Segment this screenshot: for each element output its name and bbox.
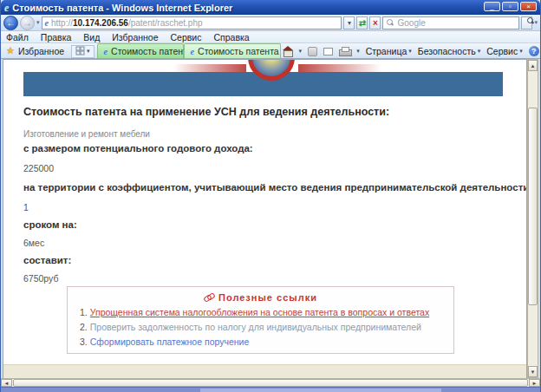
minimize-button[interactable]: _ bbox=[484, 2, 500, 11]
term-value: 6мес bbox=[23, 238, 44, 248]
useful-links-box: Полезные ссылки 1.Упрощенная система нал… bbox=[67, 286, 454, 354]
page-menu-label: Страница bbox=[366, 46, 407, 56]
link-check-debt[interactable]: Проверить задолженность по налогу для ин… bbox=[90, 322, 421, 332]
maximize-button[interactable]: ▫ bbox=[502, 2, 518, 11]
favorites-label: Избранное bbox=[18, 46, 64, 56]
search-input[interactable]: Google bbox=[382, 16, 519, 29]
horizontal-scrollbar[interactable]: ◄ ► bbox=[1, 378, 540, 387]
link-chain-icon bbox=[204, 293, 214, 302]
link-usn-qa[interactable]: Упрощенная система налогообложения на ос… bbox=[90, 307, 429, 317]
url-scheme: http:// bbox=[51, 18, 73, 28]
forward-button[interactable]: → bbox=[20, 16, 35, 30]
scroll-up-icon[interactable]: ▲ bbox=[528, 60, 538, 71]
window-controls: _ ▫ × bbox=[484, 2, 537, 11]
scroll-left-icon[interactable]: ◄ bbox=[1, 379, 12, 387]
window-frame-right bbox=[538, 59, 540, 378]
tab-patent-cost-2[interactable]: e Стоимость патента × bbox=[184, 43, 281, 58]
tab-patent-cost-1[interactable]: e Стоимость патента bbox=[97, 43, 184, 58]
menu-favorites[interactable]: Избранное bbox=[112, 32, 158, 42]
scroll-down-icon[interactable]: ▼ bbox=[528, 366, 538, 377]
link-payment-order[interactable]: Сформировать платежное поручение bbox=[90, 336, 250, 347]
stop-button[interactable]: × bbox=[369, 16, 381, 29]
chevron-down-icon: ▾ bbox=[478, 48, 481, 55]
tab-label: Стоимость патента bbox=[111, 46, 192, 56]
page-content: Стоимость патента на применение УСН для … bbox=[3, 59, 527, 378]
menu-tools[interactable]: Сервис bbox=[171, 32, 202, 42]
tools-menu-button[interactable]: Сервис▾ bbox=[486, 46, 522, 56]
list-item: 3.Сформировать платежное поручение bbox=[80, 336, 453, 347]
menu-file[interactable]: Файл bbox=[6, 32, 29, 42]
menu-view[interactable]: Вид bbox=[83, 32, 100, 42]
url-dropdown-button[interactable]: ▾ bbox=[343, 16, 355, 29]
tab-favicon-icon: e bbox=[191, 47, 194, 56]
total-value: 6750руб bbox=[23, 273, 58, 284]
tab-label: Стоимость патента bbox=[198, 46, 279, 56]
menu-help[interactable]: Справка bbox=[213, 32, 249, 42]
tab-favicon-icon: e bbox=[104, 47, 108, 56]
star-icon: ★ bbox=[6, 45, 15, 56]
quick-tabs-button[interactable]: ▾ bbox=[71, 45, 95, 58]
refresh-button[interactable]: ⇄ bbox=[356, 16, 368, 29]
history-dropdown-icon[interactable]: ▾ bbox=[36, 19, 40, 26]
url-path: /patent/raschet.php bbox=[128, 18, 203, 28]
browser-window: e Стоимость патента - Windows Internet E… bbox=[0, 0, 541, 392]
income-value: 225000 bbox=[23, 163, 54, 173]
vertical-scrollbar-thumb[interactable] bbox=[528, 108, 538, 305]
address-bar: ← → ▾ e http://10.174.206.56/patent/rasc… bbox=[1, 15, 540, 31]
useful-links-title-text: Полезные ссылки bbox=[218, 292, 317, 303]
income-label: с размером потенциального годового доход… bbox=[23, 143, 253, 154]
tools-menu-label: Сервис bbox=[486, 46, 518, 56]
page-menu-button[interactable]: Страница▾ bbox=[366, 46, 412, 56]
menu-bar: Файл Правка Вид Избранное Сервис Справка bbox=[1, 31, 540, 43]
horizontal-scrollbar-thumb[interactable] bbox=[13, 379, 528, 387]
browser-viewport: Стоимость патента на применение УСН для … bbox=[1, 59, 540, 378]
term-label: сроком на: bbox=[23, 219, 77, 230]
page-background-strip bbox=[3, 364, 526, 378]
coefficient-value: 1 bbox=[23, 202, 29, 212]
search-go-button[interactable] bbox=[521, 16, 532, 29]
home-icon[interactable] bbox=[283, 47, 293, 56]
search-placeholder: Google bbox=[397, 18, 425, 28]
quick-tabs-icon bbox=[75, 46, 85, 56]
security-menu-button[interactable]: Безопасность▾ bbox=[418, 46, 481, 56]
url-host: 10.174.206.56 bbox=[73, 18, 128, 28]
taskbar-edge bbox=[1, 387, 540, 392]
banner-red-streak-left bbox=[173, 64, 246, 72]
print-icon[interactable] bbox=[339, 47, 350, 56]
chevron-down-icon: ▾ bbox=[408, 48, 412, 55]
tab-bar: ★ Избранное ▾ e Стоимость патента e Стои… bbox=[1, 43, 540, 59]
title-bar: e Стоимость патента - Windows Internet E… bbox=[1, 0, 540, 15]
site-emblem-icon bbox=[244, 60, 300, 82]
list-number: 1. bbox=[80, 307, 88, 317]
print-dropdown-icon[interactable]: ▾ bbox=[356, 48, 360, 55]
url-input[interactable]: e http://10.174.206.56/patent/raschet.ph… bbox=[42, 16, 342, 29]
home-dropdown-icon[interactable]: ▾ bbox=[299, 48, 303, 55]
search-icon bbox=[387, 19, 394, 26]
close-button[interactable]: × bbox=[520, 2, 537, 11]
read-mail-icon[interactable] bbox=[323, 48, 333, 56]
back-button[interactable]: ← bbox=[3, 16, 18, 30]
list-item: 2.Проверить задолженность по налогу для … bbox=[80, 322, 453, 332]
help-icon[interactable]: ? bbox=[529, 46, 539, 56]
list-number: 3. bbox=[80, 336, 88, 347]
quick-tabs-dropdown-icon: ▾ bbox=[87, 48, 90, 55]
favorites-button[interactable]: ★ Избранное bbox=[3, 45, 71, 58]
taskbar-window-button[interactable] bbox=[200, 389, 441, 392]
chevron-down-icon: ▾ bbox=[519, 48, 523, 55]
security-menu-label: Безопасность bbox=[418, 46, 476, 56]
list-number: 2. bbox=[80, 322, 88, 332]
url-text: http://10.174.206.56/patent/raschet.php bbox=[51, 18, 203, 28]
page-favicon-icon: e bbox=[45, 18, 49, 28]
window-title: Стоимость патента - Windows Internet Exp… bbox=[12, 3, 232, 13]
banner-red-streak-right bbox=[298, 64, 381, 72]
command-bar: ▾ ▾ Страница▾ Безопасность▾ Сервис▾ ? » bbox=[281, 46, 541, 58]
menu-edit[interactable]: Правка bbox=[41, 32, 71, 42]
rss-feed-icon[interactable] bbox=[308, 47, 317, 56]
scroll-right-icon[interactable]: ► bbox=[529, 379, 540, 387]
activity-value: Изготовление и ремонт мебели bbox=[23, 129, 150, 139]
search-options-dropdown-icon[interactable]: ▾ bbox=[534, 19, 538, 26]
vertical-scrollbar[interactable]: ▲ ▼ bbox=[527, 59, 538, 378]
total-label: составит: bbox=[23, 255, 71, 265]
ie-logo-icon: e bbox=[4, 3, 9, 13]
coefficient-label: на территории с коэффициентом, учитывающ… bbox=[23, 182, 527, 193]
